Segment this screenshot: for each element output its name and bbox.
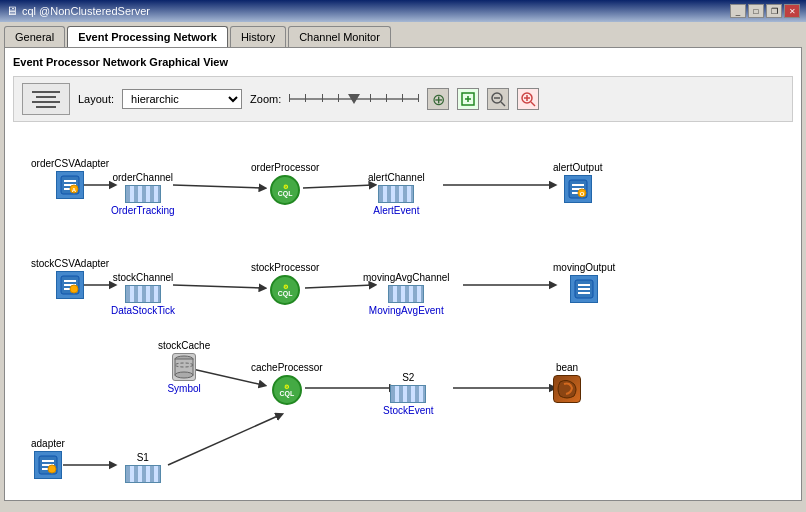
bean-icon — [553, 375, 581, 403]
stockProcessor-label: stockProcessor — [251, 262, 319, 273]
window-title: cql @NonClusteredServer — [22, 5, 150, 17]
stockChannel-sublabel: DataStockTick — [111, 305, 175, 316]
zoom-out-button[interactable] — [487, 88, 509, 110]
title-bar-controls[interactable]: _ □ ❐ ✕ — [730, 4, 800, 18]
zoom-label: Zoom: — [250, 93, 281, 105]
layout-icon — [22, 83, 70, 115]
zoom-slider[interactable] — [289, 91, 419, 107]
title-bar-left: 🖥 cql @NonClusteredServer — [6, 4, 150, 18]
tab-history[interactable]: History — [230, 26, 286, 47]
movingAvgChannel-icon — [388, 285, 424, 303]
zoom-in-button[interactable]: ⊕ — [427, 88, 449, 110]
node-s1[interactable]: S1 CQLStockTick — [111, 452, 175, 486]
orderChannel-sublabel: OrderTracking — [111, 205, 175, 216]
adapter-icon — [34, 451, 62, 479]
layout-select[interactable]: hierarchic organic orthogonal — [122, 89, 242, 109]
movingAvgChannel-sublabel: MovingAvgEvent — [369, 305, 444, 316]
node-bean[interactable]: bean — [553, 362, 581, 403]
bean-label: bean — [556, 362, 578, 373]
svg-text:O: O — [579, 191, 584, 197]
svg-line-2 — [501, 102, 505, 106]
graph-area: orderCSVAdapter A orderChannel Order — [13, 130, 793, 486]
alertOutput-icon: O — [564, 175, 592, 203]
alertChannel-label: alertChannel — [368, 172, 425, 183]
orderCSVAdapter-label: orderCSVAdapter — [31, 158, 109, 169]
maximize-button[interactable]: □ — [748, 4, 764, 18]
stockCSVAdapter-icon — [56, 271, 84, 299]
cacheProcessor-label: cacheProcessor — [251, 362, 323, 373]
node-orderProcessor[interactable]: orderProcessor ⚙ CQL — [251, 162, 319, 205]
svg-line-20 — [168, 415, 280, 465]
svg-point-50 — [48, 465, 56, 473]
layout-label: Layout: — [78, 93, 114, 105]
node-orderCSVAdapter[interactable]: orderCSVAdapter A — [31, 158, 109, 199]
alertChannel-icon — [378, 185, 414, 203]
orderProcessor-label: orderProcessor — [251, 162, 319, 173]
node-stockCache[interactable]: stockCache Symbol — [158, 340, 210, 394]
node-cacheProcessor[interactable]: cacheProcessor ⚙ CQL — [251, 362, 323, 405]
node-alertChannel[interactable]: alertChannel AlertEvent — [368, 172, 425, 216]
svg-line-9 — [173, 185, 263, 188]
section-title: Event Processor Network Graphical View — [13, 56, 793, 68]
tab-general[interactable]: General — [4, 26, 65, 47]
node-movingOutput[interactable]: movingOutput — [553, 262, 615, 303]
zoom-reset-button[interactable] — [457, 88, 479, 110]
minimize-button[interactable]: _ — [730, 4, 746, 18]
movingAvgChannel-label: movingAvgChannel — [363, 272, 450, 283]
close-button[interactable]: ✕ — [784, 4, 800, 18]
node-orderChannel[interactable]: orderChannel OrderTracking — [111, 172, 175, 216]
s2-icon — [390, 385, 426, 403]
zoom-fit-button[interactable] — [517, 88, 539, 110]
svg-point-37 — [70, 285, 78, 293]
s1-sublabel: CQLStockTick — [111, 485, 175, 486]
node-alertOutput[interactable]: alertOutput O — [553, 162, 602, 203]
title-bar: 🖥 cql @NonClusteredServer _ □ ❐ ✕ — [0, 0, 806, 22]
stockCache-sublabel: Symbol — [167, 383, 200, 394]
stockChannel-label: stockChannel — [113, 272, 174, 283]
orderProcessor-icon: ⚙ CQL — [270, 175, 300, 205]
tab-bar: General Event Processing Network History… — [4, 26, 802, 47]
app-icon: 🖥 — [6, 4, 18, 18]
svg-line-13 — [173, 285, 263, 288]
s1-icon — [125, 465, 161, 483]
stockCache-label: stockCache — [158, 340, 210, 351]
stockCSVAdapter-label: stockCSVAdapter — [31, 258, 109, 269]
svg-text:A: A — [72, 187, 77, 193]
movingOutput-label: movingOutput — [553, 262, 615, 273]
orderChannel-label: orderChannel — [112, 172, 173, 183]
cacheProcessor-icon: ⚙ CQL — [272, 375, 302, 405]
alertOutput-label: alertOutput — [553, 162, 602, 173]
tab-epn[interactable]: Event Processing Network — [67, 26, 228, 47]
node-s2[interactable]: S2 StockEvent — [383, 372, 434, 416]
tab-content-epn: Event Processor Network Graphical View L… — [4, 47, 802, 501]
node-stockChannel[interactable]: stockChannel DataStockTick — [111, 272, 175, 316]
stockChannel-icon — [125, 285, 161, 303]
node-stockProcessor[interactable]: stockProcessor ⚙ CQL — [251, 262, 319, 305]
restore-button[interactable]: ❐ — [766, 4, 782, 18]
orderChannel-icon — [125, 185, 161, 203]
svg-line-5 — [531, 102, 535, 106]
graph-toolbar: Layout: hierarchic organic orthogonal Zo… — [13, 76, 793, 122]
s2-sublabel: StockEvent — [383, 405, 434, 416]
stockCache-icon — [172, 353, 196, 381]
s2-label: S2 — [402, 372, 414, 383]
movingOutput-icon — [570, 275, 598, 303]
svg-point-44 — [175, 372, 193, 378]
node-adapter[interactable]: adapter — [31, 438, 65, 479]
window-body: General Event Processing Network History… — [0, 22, 806, 512]
node-movingAvgChannel[interactable]: movingAvgChannel MovingAvgEvent — [363, 272, 450, 316]
stockProcessor-icon: ⚙ CQL — [270, 275, 300, 305]
s1-label: S1 — [137, 452, 149, 463]
adapter-label: adapter — [31, 438, 65, 449]
alertChannel-sublabel: AlertEvent — [373, 205, 419, 216]
node-stockCSVAdapter[interactable]: stockCSVAdapter — [31, 258, 109, 299]
tab-channel-monitor[interactable]: Channel Monitor — [288, 26, 391, 47]
orderCSVAdapter-icon: A — [56, 171, 84, 199]
